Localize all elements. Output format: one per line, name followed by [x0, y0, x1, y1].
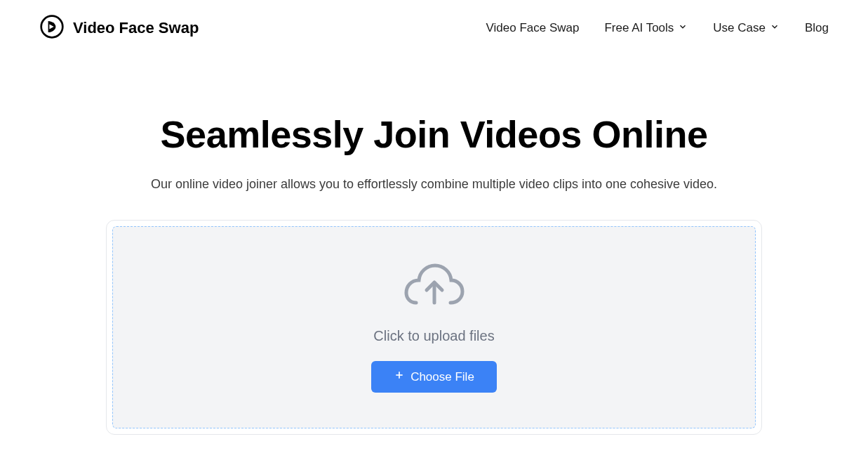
main-nav: Video Face Swap Free AI Tools Use Case B… [486, 21, 829, 35]
chevron-down-icon [678, 21, 688, 35]
chevron-down-icon [770, 21, 780, 35]
nav-label: Blog [805, 21, 829, 35]
logo-text: Video Face Swap [73, 19, 199, 37]
header: Video Face Swap Video Face Swap Free AI … [0, 0, 868, 56]
upload-dropzone[interactable]: Click to upload files Choose File [112, 226, 756, 428]
nav-label: Use Case [713, 21, 766, 35]
hero-title: Seamlessly Join Videos Online [161, 112, 708, 156]
logo-section[interactable]: Video Face Swap [39, 14, 199, 42]
plus-icon [394, 369, 405, 384]
nav-label: Video Face Swap [486, 21, 579, 35]
nav-free-ai-tools[interactable]: Free AI Tools [604, 21, 688, 35]
main-content: Seamlessly Join Videos Online Our online… [0, 56, 868, 435]
choose-file-label: Choose File [410, 370, 474, 384]
nav-label: Free AI Tools [604, 21, 674, 35]
logo-icon [39, 14, 65, 42]
choose-file-button[interactable]: Choose File [371, 361, 497, 393]
nav-blog[interactable]: Blog [805, 21, 829, 35]
upload-prompt: Click to upload files [373, 328, 494, 344]
cloud-upload-icon [403, 262, 466, 328]
upload-container: Click to upload files Choose File [106, 220, 762, 435]
hero-subtitle: Our online video joiner allows you to ef… [151, 177, 717, 192]
nav-video-face-swap[interactable]: Video Face Swap [486, 21, 579, 35]
nav-use-case[interactable]: Use Case [713, 21, 780, 35]
